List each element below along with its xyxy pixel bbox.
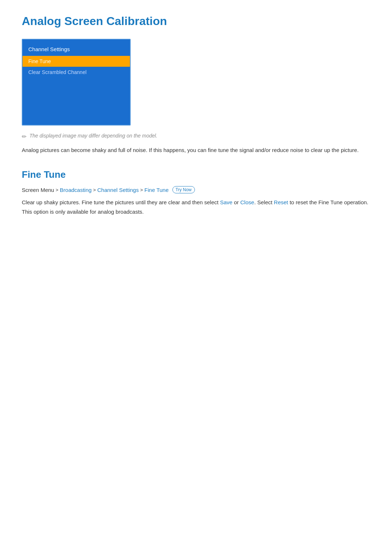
page-title: Analog Screen Calibration xyxy=(22,15,370,28)
note-text: The displayed image may differ depending… xyxy=(29,133,158,139)
link-save[interactable]: Save xyxy=(220,199,232,205)
link-close[interactable]: Close xyxy=(240,199,254,205)
pencil-icon: ✏ xyxy=(22,133,26,140)
breadcrumb-sep-3: > xyxy=(140,187,143,193)
breadcrumb-screen-menu: Screen Menu xyxy=(22,187,54,193)
breadcrumb-channel-settings[interactable]: Channel Settings xyxy=(97,187,139,193)
section-title-fine-tune: Fine Tune xyxy=(22,169,370,180)
tv-menu-header: Channel Settings xyxy=(23,43,130,56)
breadcrumb-broadcasting[interactable]: Broadcasting xyxy=(60,187,92,193)
breadcrumb-fine-tune[interactable]: Fine Tune xyxy=(144,187,169,193)
link-reset[interactable]: Reset xyxy=(274,199,288,205)
tv-menu-screenshot: Channel Settings Fine Tune Clear Scrambl… xyxy=(22,39,131,126)
tv-menu-item-clear-scrambled: Clear Scrambled Channel xyxy=(23,67,130,78)
section-description: Clear up shaky pictures. Fine tune the p… xyxy=(22,198,370,216)
try-now-badge[interactable]: Try Now xyxy=(172,186,195,193)
breadcrumb-sep-2: > xyxy=(93,187,96,193)
breadcrumb-sep-1: > xyxy=(56,187,58,193)
tv-menu-item-fine-tune: Fine Tune xyxy=(23,56,130,67)
breadcrumb: Screen Menu > Broadcasting > Channel Set… xyxy=(22,186,370,193)
note-row: ✏ The displayed image may differ dependi… xyxy=(22,133,370,140)
main-description: Analog pictures can become shaky and ful… xyxy=(22,146,370,155)
tv-menu-spacer xyxy=(23,78,130,121)
